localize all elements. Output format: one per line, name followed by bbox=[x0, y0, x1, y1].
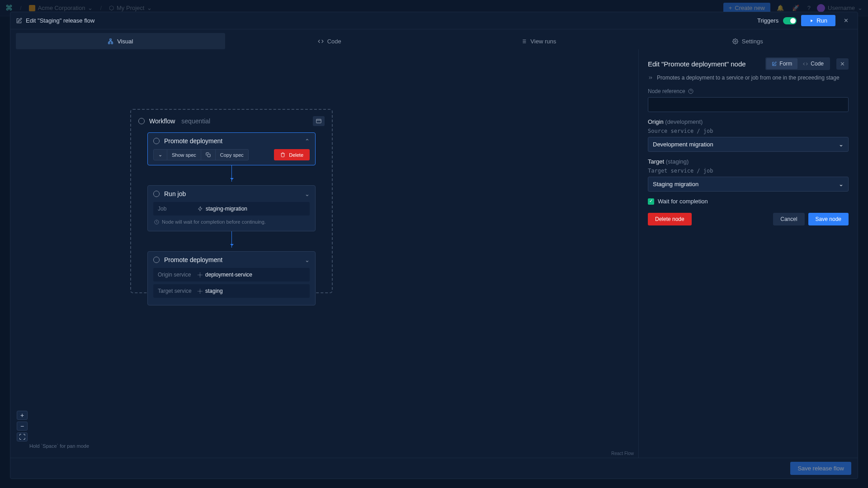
target-section: Target (staging) bbox=[648, 158, 849, 165]
triggers-label: Triggers bbox=[757, 17, 778, 24]
field-label: Job bbox=[158, 206, 193, 212]
svg-point-14 bbox=[199, 274, 201, 276]
field-row: Job staging-migration bbox=[153, 202, 310, 216]
cube-icon: ⬡ bbox=[109, 5, 114, 11]
field-label: Target service bbox=[158, 288, 193, 294]
save-node-button[interactable]: Save node bbox=[808, 213, 849, 225]
svg-rect-0 bbox=[110, 39, 111, 40]
tab-visual[interactable]: Visual bbox=[16, 33, 225, 49]
node-title: Run job bbox=[164, 190, 300, 197]
code-icon bbox=[318, 38, 324, 44]
connector bbox=[231, 231, 232, 248]
target-icon bbox=[198, 289, 203, 294]
breadcrumb-project[interactable]: ⬡ My Project ⌄ bbox=[109, 5, 152, 11]
target-label: Target service / job bbox=[648, 168, 849, 174]
chevron-down-icon: ⌄ bbox=[839, 181, 844, 188]
cancel-button[interactable]: Cancel bbox=[773, 213, 804, 225]
form-view-button[interactable]: Form bbox=[766, 58, 797, 69]
copy-icon bbox=[206, 152, 211, 157]
workflow-canvas[interactable]: Workflow sequential Promote deployment ⌃ bbox=[10, 49, 639, 458]
avatar bbox=[817, 4, 825, 12]
chevron-down-icon: ⌄ bbox=[147, 5, 152, 11]
user-menu[interactable]: Username ⌄ bbox=[817, 4, 863, 12]
wait-note: Node will wait for completion before con… bbox=[153, 218, 310, 226]
field-value: staging-migration bbox=[198, 206, 247, 212]
wait-label: Wait for completion bbox=[658, 198, 708, 205]
chevron-down-icon[interactable]: ⌄ bbox=[305, 257, 310, 263]
modal-tabs: Visual Code View runs Settings bbox=[16, 33, 852, 49]
chevron-down-icon: ⌄ bbox=[158, 152, 162, 158]
run-button[interactable]: Run bbox=[801, 15, 835, 26]
workflow-header: Workflow sequential bbox=[135, 113, 328, 129]
target-service-select[interactable]: Staging migration ⌄ bbox=[648, 177, 849, 192]
copy-spec-button[interactable]: Copy spec bbox=[216, 149, 249, 160]
workflow-node-promote-2[interactable]: Promote deployment ⌄ Origin service depl… bbox=[147, 251, 316, 305]
delete-node-button[interactable]: Delete bbox=[274, 149, 310, 160]
workflow-node-promote-1[interactable]: Promote deployment ⌃ ⌄ Show spec Copy sp… bbox=[147, 132, 316, 165]
promote-icon bbox=[648, 75, 653, 80]
pan-hint: Hold `Space` for pan mode bbox=[29, 443, 89, 449]
chevron-down-icon[interactable]: ⌄ bbox=[305, 191, 310, 197]
sidebar-description: Promotes a deployment to a service or jo… bbox=[648, 75, 849, 81]
code-view-button[interactable]: Code bbox=[797, 58, 829, 69]
node-reference-input[interactable] bbox=[648, 97, 849, 112]
tab-settings[interactable]: Settings bbox=[643, 33, 853, 49]
svg-point-9 bbox=[735, 40, 736, 42]
svg-rect-10 bbox=[316, 119, 321, 123]
triggers-toggle[interactable] bbox=[783, 17, 797, 24]
delete-node-button[interactable]: Delete node bbox=[648, 213, 692, 225]
svg-rect-2 bbox=[111, 42, 113, 43]
sitemap-icon bbox=[108, 38, 113, 44]
zoom-out-button[interactable]: − bbox=[17, 422, 28, 431]
view-toggle: Form Code bbox=[765, 57, 830, 70]
wait-checkbox[interactable] bbox=[648, 198, 654, 205]
tab-code[interactable]: Code bbox=[225, 33, 434, 49]
show-spec-button[interactable]: Show spec bbox=[167, 149, 201, 160]
workflow-node-run-job[interactable]: Run job ⌄ Job staging-migration bbox=[147, 185, 316, 231]
source-service-select[interactable]: Development migration ⌄ bbox=[648, 137, 849, 152]
clock-icon bbox=[154, 220, 159, 225]
chevron-up-icon[interactable]: ⌃ bbox=[305, 138, 310, 145]
zoom-fit-button[interactable]: ⛶ bbox=[17, 432, 28, 441]
attribution: React Flow bbox=[611, 451, 634, 456]
field-label: Origin service bbox=[158, 272, 193, 278]
field-value: staging bbox=[198, 288, 223, 294]
svg-rect-1 bbox=[108, 42, 110, 43]
chevron-down-icon: ⌄ bbox=[839, 141, 844, 148]
connector bbox=[231, 165, 232, 182]
edit-icon bbox=[16, 18, 22, 24]
save-release-flow-button[interactable]: Save release flow bbox=[790, 462, 851, 475]
workflow-menu-button[interactable] bbox=[313, 116, 325, 126]
breadcrumb-org[interactable]: Acme Corporation ⌄ bbox=[29, 5, 93, 11]
svg-point-15 bbox=[199, 291, 201, 292]
sidebar-close-button[interactable]: ✕ bbox=[836, 58, 849, 70]
chevron-down-icon: ⌄ bbox=[858, 5, 863, 11]
target-icon bbox=[198, 272, 203, 277]
window-icon bbox=[316, 118, 322, 124]
logo: ⌘ bbox=[5, 4, 13, 12]
modal-title: Edit "Staging" release flow bbox=[26, 17, 94, 24]
copy-icon-button[interactable] bbox=[201, 149, 216, 160]
node-title: Promote deployment bbox=[164, 256, 300, 263]
node-ref-label: Node reference bbox=[648, 88, 849, 94]
node-editor-sidebar: Edit "Promote deployment" node Form Code… bbox=[639, 49, 858, 458]
spec-expand-button[interactable]: ⌄ bbox=[153, 149, 167, 160]
help-icon[interactable] bbox=[688, 89, 693, 94]
field-value: deployment-service bbox=[198, 272, 252, 278]
code-icon bbox=[803, 61, 808, 66]
tab-view-runs[interactable]: View runs bbox=[434, 33, 643, 49]
circle-icon bbox=[153, 191, 160, 197]
gear-icon bbox=[732, 38, 738, 44]
origin-section: Origin (development) bbox=[648, 118, 849, 125]
play-icon bbox=[809, 19, 814, 23]
modal-header: Edit "Staging" release flow Triggers Run… bbox=[10, 12, 858, 29]
wait-checkbox-row[interactable]: Wait for completion bbox=[648, 198, 849, 205]
circle-icon bbox=[153, 138, 160, 144]
node-title: Promote deployment bbox=[164, 137, 300, 145]
zoom-in-button[interactable]: + bbox=[17, 411, 28, 420]
close-button[interactable]: ✕ bbox=[840, 15, 852, 26]
circle-icon bbox=[153, 257, 160, 263]
zoom-controls: + − ⛶ bbox=[17, 411, 28, 441]
list-icon bbox=[521, 38, 527, 44]
trash-icon bbox=[280, 152, 285, 157]
